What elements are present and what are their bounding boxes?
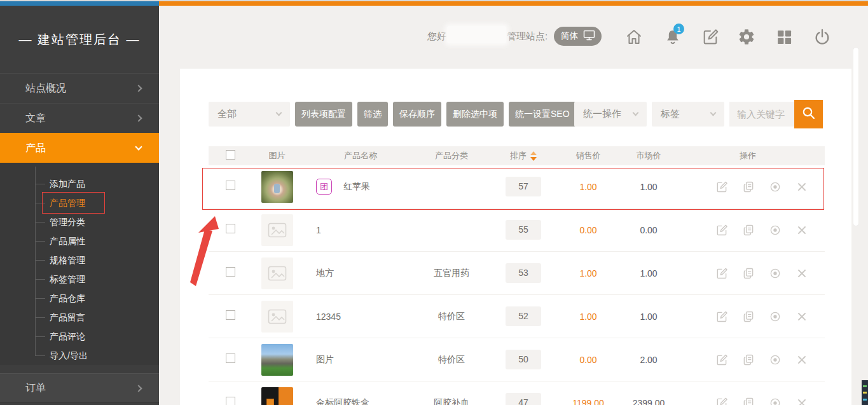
product-thumbnail (261, 257, 293, 289)
sidebar-subitem[interactable]: 产品评论 (0, 327, 159, 346)
edit-icon[interactable] (715, 310, 728, 323)
category-filter-dropdown[interactable]: 全部 (209, 102, 290, 127)
topbar-blue-strip (0, 1, 159, 6)
scrollbar-thumb[interactable] (853, 48, 858, 226)
sale-price: 0.00 (558, 225, 619, 235)
sidebar-item-site-overview[interactable]: 站点概况 (0, 73, 159, 103)
row-checkbox[interactable] (226, 224, 235, 233)
sort-value-input[interactable]: 50 (506, 350, 541, 369)
copy-icon[interactable] (742, 397, 755, 405)
sidebar-subitem[interactable]: 产品属性 (0, 231, 159, 251)
row-checkbox[interactable] (226, 181, 235, 190)
toolbar-buttons: 列表项配置筛选保存顺序删除选中项统一设置SEO (295, 102, 576, 127)
notification-badge: 1 (673, 24, 684, 34)
sidebar-subitem[interactable]: 规格管理 (0, 251, 159, 270)
sale-price: 1199.00 (558, 398, 619, 405)
delete-icon[interactable] (796, 181, 808, 193)
sidebar-subitem[interactable]: 管理分类 (0, 212, 159, 231)
delete-icon[interactable] (796, 354, 808, 366)
product-category: 特价区 (414, 354, 489, 366)
grid-icon[interactable] (775, 28, 793, 46)
sort-value-input[interactable]: 55 (506, 220, 541, 240)
row-checkbox[interactable] (226, 354, 235, 363)
table-row: 金标阿胶铁盒 阿胶补血 47 1199.00 2399.00 (209, 381, 825, 405)
edit-icon[interactable] (715, 267, 728, 280)
product-name-cell: 1 (307, 225, 414, 235)
view-icon[interactable] (769, 224, 782, 237)
view-icon[interactable] (769, 310, 782, 323)
delete-icon[interactable] (796, 224, 808, 237)
power-icon[interactable] (813, 28, 831, 46)
search-input[interactable] (729, 102, 794, 127)
sidebar-subitem[interactable]: 标签管理 (0, 270, 159, 289)
table-row: 图片 特价区 50 0.00 2.00 (209, 338, 825, 381)
toolbar-button-3[interactable]: 保存顺序 (393, 102, 441, 127)
product-name-cell: 金标阿胶铁盒 (307, 397, 414, 405)
sort-value-input[interactable]: 57 (506, 177, 541, 196)
search-button[interactable] (794, 100, 823, 128)
topbar-orange-strip (159, 1, 868, 6)
groupbuy-badge: 团 (316, 179, 332, 195)
view-icon[interactable] (769, 354, 782, 366)
market-price: 2399.00 (619, 398, 679, 405)
home-icon[interactable] (625, 28, 643, 46)
magnifier-icon (801, 106, 816, 123)
row-checkbox[interactable] (226, 310, 235, 320)
product-category: 阿胶补血 (414, 397, 489, 405)
select-all-checkbox[interactable] (226, 150, 235, 160)
product-category: 五官用药 (414, 268, 489, 279)
greeting-text: 您好 (427, 31, 446, 43)
edit-icon[interactable] (715, 354, 728, 366)
toolbar-button-2[interactable]: 筛选 (357, 102, 388, 127)
chevron-right-icon (135, 385, 142, 392)
product-thumbnail (261, 387, 293, 405)
view-icon[interactable] (769, 181, 782, 193)
delete-icon[interactable] (796, 267, 808, 280)
sort-arrows-icon[interactable] (530, 151, 537, 161)
sidebar-subitem[interactable]: 产品仓库 (0, 289, 159, 308)
toolbar-button-5[interactable]: 统一设置SEO (509, 102, 576, 127)
sort-value-input[interactable]: 53 (506, 263, 541, 283)
edit-icon[interactable] (715, 224, 728, 237)
column-header-name: 产品名称 (307, 150, 414, 161)
copy-icon[interactable] (742, 310, 755, 323)
sidebar-subitem[interactable]: 添加产品 (0, 174, 159, 193)
view-icon[interactable] (769, 267, 782, 280)
product-name: 金标阿胶铁盒 (316, 397, 369, 405)
row-checkbox[interactable] (226, 397, 235, 405)
toolbar-button-1[interactable]: 列表项配置 (295, 102, 352, 127)
sidebar-item-orders[interactable]: 订单 (0, 373, 159, 403)
sidebar-subitem[interactable]: 产品留言 (0, 308, 159, 327)
chevron-right-icon (135, 114, 142, 121)
copy-icon[interactable] (742, 224, 755, 237)
sidebar-item-label: 订单 (25, 381, 46, 395)
gear-icon[interactable] (738, 28, 755, 46)
column-header-sort[interactable]: 排序 (489, 150, 558, 161)
table-row: 地方 五官用药 53 1.00 1.00 (209, 252, 825, 295)
sidebar-subitem[interactable]: 导入/导出 (0, 346, 159, 365)
market-price: 0.00 (619, 225, 679, 235)
dropdown-value: 统一操作 (583, 108, 621, 120)
sidebar-item-products[interactable]: 产品 (0, 133, 159, 163)
table-header: 图片 产品名称 产品分类 排序 销售价 市场价 操作 (209, 146, 825, 165)
tags-dropdown[interactable]: 标签 (652, 102, 724, 127)
sidebar-item-articles[interactable]: 文章 (0, 103, 159, 133)
copy-icon[interactable] (742, 267, 755, 280)
delete-icon[interactable] (796, 397, 808, 405)
sidebar-item-label: 文章 (25, 112, 46, 125)
edit-icon[interactable] (715, 397, 728, 405)
toolbar-button-4[interactable]: 删除选中项 (446, 102, 504, 127)
row-checkbox[interactable] (226, 267, 235, 277)
column-header-category: 产品分类 (414, 150, 489, 161)
copy-icon[interactable] (742, 181, 755, 193)
edit-icon[interactable] (715, 181, 728, 193)
sort-value-input[interactable]: 47 (506, 393, 541, 405)
batch-actions-dropdown[interactable]: 统一操作 (574, 102, 647, 127)
view-icon[interactable] (769, 397, 782, 405)
sort-value-input[interactable]: 52 (506, 306, 541, 326)
language-button[interactable]: 简体 (554, 27, 602, 46)
chevron-right-icon (135, 85, 142, 92)
copy-icon[interactable] (742, 354, 755, 366)
delete-icon[interactable] (796, 310, 808, 323)
edit-icon[interactable] (701, 28, 719, 46)
